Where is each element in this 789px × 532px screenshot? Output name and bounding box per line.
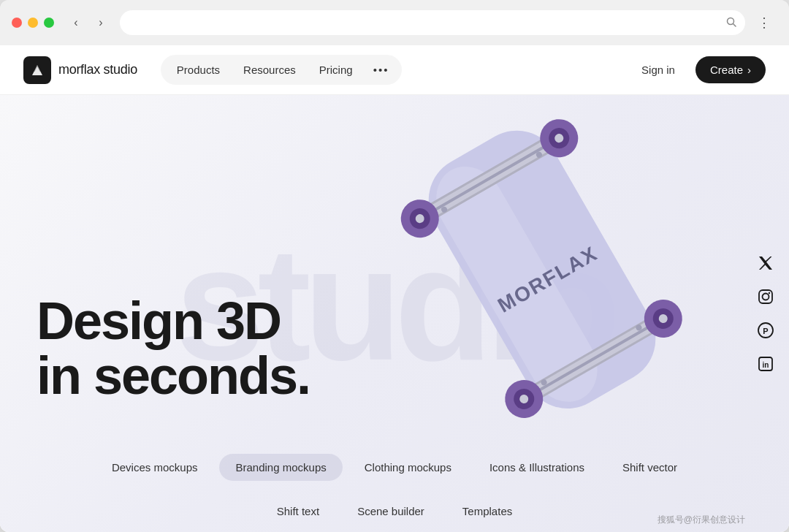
nav-more-button[interactable]: ••• (366, 59, 397, 80)
traffic-light-minimize[interactable] (28, 18, 38, 28)
category-branding[interactable]: Branding mockups (219, 454, 342, 481)
logo-suffix: studio (100, 62, 137, 77)
svg-point-28 (763, 294, 769, 300)
svg-rect-27 (759, 290, 772, 303)
browser-titlebar: ‹ › ⋮ (0, 0, 789, 45)
traffic-light-close[interactable] (12, 18, 22, 28)
headline-line2: in seconds. (37, 349, 310, 404)
logo-text: morflax studio (58, 62, 137, 77)
headline-line1: Design 3D (37, 294, 310, 349)
nav-link-resources[interactable]: Resources (233, 59, 306, 80)
page-content: morflax studio Products Resources Pricin… (0, 45, 789, 532)
svg-text:P: P (763, 327, 768, 335)
nav-back-button[interactable]: ‹ (66, 12, 86, 33)
skateboard-illustration: MORFLAX (380, 95, 731, 460)
svg-line-1 (733, 23, 736, 26)
category-templates[interactable]: Templates (446, 498, 528, 525)
traffic-light-maximize[interactable] (44, 18, 54, 28)
category-icons[interactable]: Icons & Illustrations (473, 454, 601, 481)
nav-link-products[interactable]: Products (167, 59, 230, 80)
nav-forward-button[interactable]: › (91, 12, 111, 33)
browser-nav-arrows: ‹ › (66, 12, 111, 33)
create-btn-label: Create (710, 64, 743, 76)
svg-point-29 (769, 292, 770, 294)
logo-brand: morflax (58, 62, 100, 77)
categories-row1: Devices mockups Branding mockups Clothin… (0, 454, 789, 481)
address-bar[interactable] (120, 10, 745, 35)
browser-more-button[interactable]: ⋮ (754, 12, 774, 33)
category-scene-builder[interactable]: Scene builder (341, 498, 441, 525)
hero-section: studio MORFLAX (0, 95, 789, 532)
category-clothing[interactable]: Clothing mockups (348, 454, 468, 481)
category-shift-text[interactable]: Shift text (261, 498, 335, 525)
linkedin-icon[interactable]: in (755, 354, 776, 374)
category-shift-vector[interactable]: Shift vector (606, 454, 693, 481)
hero-headline: Design 3D in seconds. (37, 294, 310, 404)
search-icon (726, 17, 736, 29)
nav-right: Sign in Create › (630, 56, 766, 83)
social-icons: P in (755, 253, 776, 374)
category-devices[interactable]: Devices mockups (96, 454, 214, 481)
logo-icon (23, 56, 51, 84)
svg-text:in: in (763, 361, 769, 369)
nav-links-pill: Products Resources Pricing ••• (161, 55, 403, 85)
twitter-icon[interactable] (755, 253, 776, 273)
create-button[interactable]: Create › (695, 56, 766, 83)
nav-link-pricing[interactable]: Pricing (309, 59, 363, 80)
site-navbar: morflax studio Products Resources Pricin… (0, 45, 789, 95)
watermark: 搜狐号@衍果创意设计 (658, 514, 745, 526)
traffic-lights (12, 18, 54, 28)
logo-area[interactable]: morflax studio (23, 56, 137, 84)
browser-window: ‹ › ⋮ (0, 0, 789, 532)
producthunt-icon[interactable]: P (755, 320, 776, 341)
instagram-icon[interactable] (755, 286, 776, 307)
create-btn-arrow: › (747, 64, 751, 76)
sign-in-button[interactable]: Sign in (630, 58, 687, 82)
